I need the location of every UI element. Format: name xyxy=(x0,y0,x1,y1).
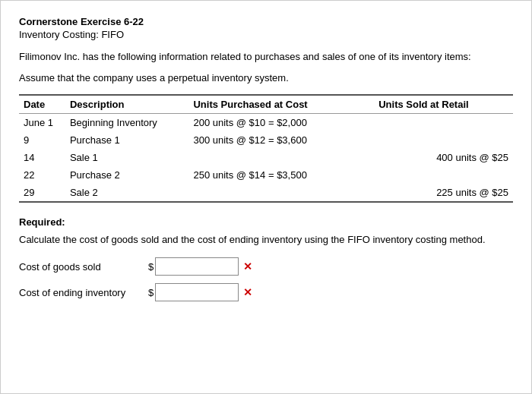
cost-of-goods-sold-label: Cost of goods sold xyxy=(19,261,148,273)
dollar-sign-1: $ xyxy=(148,261,154,273)
col-header-sold: Units Sold at Retail xyxy=(374,95,513,114)
calc-description: Calculate the cost of goods sold and the… xyxy=(19,232,513,247)
table-row: 29 Sale 2 225 units @ $25 xyxy=(19,184,513,202)
table-row: 9 Purchase 1 300 units @ $12 = $3,600 xyxy=(19,131,513,149)
row-purchased-1: 300 units @ $12 = $3,600 xyxy=(188,131,374,149)
row-date-3: 22 xyxy=(19,166,65,184)
assume-text: Assume that the company uses a perpetual… xyxy=(19,72,513,84)
row-desc-4: Sale 2 xyxy=(65,184,189,202)
row-sold-4: 225 units @ $25 xyxy=(374,184,513,202)
row-desc-3: Purchase 2 xyxy=(65,166,189,184)
row-sold-0 xyxy=(374,113,513,131)
cost-of-goods-sold-row: Cost of goods sold $ ✕ xyxy=(19,257,513,276)
row-purchased-0: 200 units @ $10 = $2,000 xyxy=(188,113,374,131)
required-section: Required: Calculate the cost of goods so… xyxy=(19,216,513,302)
row-sold-2: 400 units @ $25 xyxy=(374,149,513,166)
row-date-4: 29 xyxy=(19,184,65,202)
required-label: Required: xyxy=(19,216,513,228)
problem-description: Filimonov Inc. has the following informa… xyxy=(19,49,513,65)
row-sold-1 xyxy=(374,131,513,149)
col-header-date: Date xyxy=(19,95,65,114)
exercise-subtitle: Inventory Costing: FIFO xyxy=(19,29,513,40)
row-desc-1: Purchase 1 xyxy=(65,131,189,149)
exercise-title: Cornerstone Exercise 6-22 xyxy=(19,16,513,27)
x-mark-2: ✕ xyxy=(243,286,252,298)
col-header-purchased: Units Purchased at Cost xyxy=(188,95,374,114)
cost-of-goods-sold-input[interactable] xyxy=(155,257,239,276)
cost-of-ending-inventory-label: Cost of ending inventory xyxy=(19,287,148,298)
row-date-0: June 1 xyxy=(19,113,65,131)
page-container: Cornerstone Exercise 6-22 Inventory Cost… xyxy=(0,0,532,394)
inventory-table: Date Description Units Purchased at Cost… xyxy=(19,94,513,203)
cost-of-ending-inventory-row: Cost of ending inventory $ ✕ xyxy=(19,283,513,301)
row-sold-3 xyxy=(374,166,513,184)
row-date-2: 14 xyxy=(19,149,65,166)
col-header-description: Description xyxy=(65,95,189,114)
dollar-sign-2: $ xyxy=(148,287,154,298)
cost-of-ending-inventory-input[interactable] xyxy=(155,283,239,301)
table-row: 14 Sale 1 400 units @ $25 xyxy=(19,149,513,166)
row-desc-0: Beginning Inventory xyxy=(65,113,189,131)
row-purchased-4 xyxy=(188,184,374,202)
row-purchased-3: 250 units @ $14 = $3,500 xyxy=(188,166,374,184)
x-mark-1: ✕ xyxy=(243,260,252,273)
row-desc-2: Sale 1 xyxy=(65,149,189,166)
row-purchased-2 xyxy=(188,149,374,166)
table-row: June 1 Beginning Inventory 200 units @ $… xyxy=(19,113,513,131)
row-date-1: 9 xyxy=(19,131,65,149)
table-row: 22 Purchase 2 250 units @ $14 = $3,500 xyxy=(19,166,513,184)
